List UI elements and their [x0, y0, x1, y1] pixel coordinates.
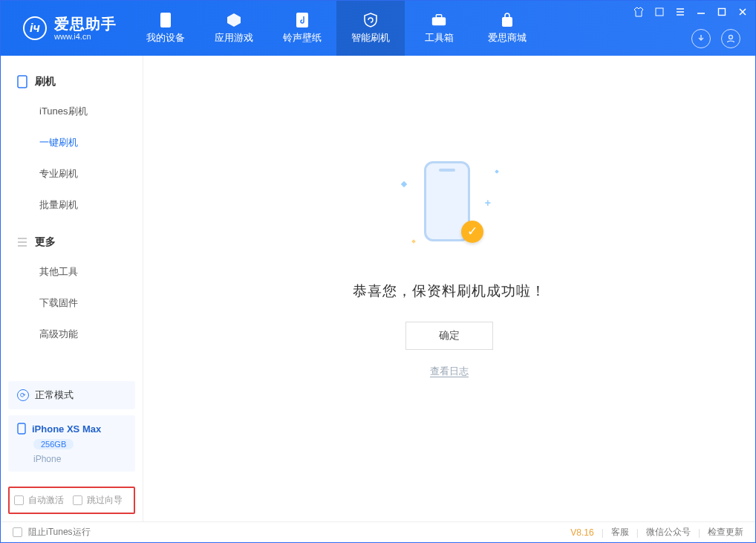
sidebar-item-advanced[interactable]: 高级功能 [1, 319, 143, 350]
mode-box[interactable]: ⟳ 正常模式 [8, 381, 135, 409]
sidebar: 刷机 iTunes刷机 一键刷机 专业刷机 批量刷机 更多 其他工具 下载固件 … [1, 56, 143, 521]
svg-rect-4 [502, 17, 512, 27]
maximize-icon[interactable] [717, 7, 727, 17]
sparkle-icon [411, 239, 416, 244]
block-itunes-label: 阻止iTunes运行 [28, 526, 91, 539]
sidebar-item-other-tools[interactable]: 其他工具 [1, 256, 143, 287]
nav-label: 铃声壁纸 [283, 31, 322, 45]
checkbox-skip-guide[interactable]: 跳过向导 [73, 494, 123, 507]
nav-label: 爱思商城 [488, 31, 527, 45]
tshirt-icon[interactable] [633, 7, 644, 17]
svg-rect-9 [18, 423, 25, 434]
app-subtitle: www.i4.cn [54, 32, 117, 41]
success-illustration: ✓ + [397, 155, 501, 259]
download-icon[interactable] [691, 29, 711, 48]
toolbox-icon [431, 12, 447, 28]
nav-apps[interactable]: 应用游戏 [200, 1, 268, 56]
nav-label: 工具箱 [425, 31, 454, 45]
checkbox-auto-activate[interactable]: 自动激活 [14, 494, 64, 507]
device-name: iPhone XS Max [32, 423, 101, 435]
ok-button[interactable]: 确定 [405, 322, 493, 350]
device-icon [157, 12, 174, 28]
checkbox-icon [13, 527, 22, 537]
svg-rect-8 [18, 76, 27, 88]
svg-rect-6 [719, 9, 726, 16]
app-title: 爱思助手 [54, 16, 117, 32]
minimize-icon[interactable] [696, 7, 706, 17]
plus-icon: + [485, 197, 491, 209]
section-label: 更多 [35, 235, 56, 249]
sidebar-section-flash: 刷机 [1, 68, 143, 96]
version-label: V8.16 [570, 527, 593, 538]
body: 刷机 iTunes刷机 一键刷机 专业刷机 批量刷机 更多 其他工具 下载固件 … [1, 56, 755, 521]
svg-rect-5 [656, 8, 663, 16]
divider: | [698, 527, 700, 538]
opt-label: 自动激活 [28, 494, 64, 507]
divider: | [636, 527, 639, 538]
logo-icon: iч [23, 16, 47, 40]
sidebar-item-batch[interactable]: 批量刷机 [1, 189, 143, 221]
check-update-link[interactable]: 检查更新 [708, 526, 743, 539]
app-header: iч 爱思助手 www.i4.cn 我的设备 应用游戏 铃声壁纸 智能刷机 工具… [1, 1, 755, 56]
checkbox-icon [14, 495, 24, 505]
main-content: ✓ + 恭喜您，保资料刷机成功啦！ 确定 查看日志 [143, 56, 755, 521]
close-icon[interactable] [737, 7, 748, 17]
opt-label: 跳过向导 [87, 494, 123, 507]
nav-label: 我的设备 [146, 31, 185, 45]
nav-my-device[interactable]: 我的设备 [131, 1, 200, 56]
sidebar-item-oneclick[interactable]: 一键刷机 [1, 127, 143, 158]
sync-icon: ⟳ [17, 389, 29, 401]
section-label: 刷机 [35, 75, 56, 88]
device-type: iPhone [33, 454, 126, 464]
nav-ringtones[interactable]: 铃声壁纸 [268, 1, 336, 56]
header-right [691, 29, 740, 48]
nav-toolbox[interactable]: 工具箱 [405, 1, 473, 56]
sidebar-item-pro[interactable]: 专业刷机 [1, 158, 143, 189]
titlebar-controls [633, 7, 748, 17]
device-box[interactable]: iPhone XS Max 256GB iPhone [8, 415, 135, 472]
footer: 阻止iTunes运行 V8.16 | 客服 | 微信公众号 | 检查更新 [1, 521, 755, 542]
sidebar-section-more: 更多 [1, 228, 143, 256]
checkmark-badge-icon: ✓ [461, 221, 483, 243]
options-box-highlighted: 自动激活 跳过向导 [8, 487, 135, 514]
nav-label: 智能刷机 [351, 31, 390, 45]
view-log-link[interactable]: 查看日志 [430, 365, 469, 378]
top-nav: 我的设备 应用游戏 铃声壁纸 智能刷机 工具箱 爱思商城 [131, 1, 541, 56]
bag-icon [499, 12, 515, 28]
svg-rect-3 [436, 15, 441, 19]
menu-icon[interactable] [675, 7, 685, 17]
mode-label: 正常模式 [35, 388, 74, 402]
footer-right: V8.16 | 客服 | 微信公众号 | 检查更新 [570, 526, 743, 539]
logo-text: 爱思助手 www.i4.cn [54, 16, 117, 41]
sparkle-icon [495, 169, 499, 174]
checkbox-icon [73, 495, 82, 505]
sparkle-icon [401, 181, 407, 186]
shield-sync-icon [362, 12, 379, 28]
svg-rect-0 [160, 13, 171, 27]
wechat-link[interactable]: 微信公众号 [646, 526, 691, 539]
logo-area: iч 爱思助手 www.i4.cn [1, 1, 131, 56]
nav-flash[interactable]: 智能刷机 [336, 1, 405, 56]
svg-point-7 [729, 36, 733, 39]
list-icon [17, 238, 27, 247]
phone-small-icon [17, 423, 26, 435]
device-storage: 256GB [33, 439, 74, 449]
cube-icon [226, 12, 242, 28]
nav-label: 应用游戏 [215, 31, 253, 45]
divider: | [602, 527, 604, 538]
sidebar-item-itunes[interactable]: iTunes刷机 [1, 96, 143, 127]
success-message: 恭喜您，保资料刷机成功啦！ [353, 282, 546, 301]
sidebar-item-download-fw[interactable]: 下载固件 [1, 287, 143, 319]
nav-store[interactable]: 爱思商城 [473, 1, 541, 56]
music-file-icon [294, 12, 310, 28]
window-icon[interactable] [654, 7, 665, 17]
checkbox-block-itunes[interactable]: 阻止iTunes运行 [13, 526, 91, 539]
support-link[interactable]: 客服 [611, 526, 629, 539]
user-icon[interactable] [721, 29, 740, 48]
phone-icon [17, 75, 27, 88]
